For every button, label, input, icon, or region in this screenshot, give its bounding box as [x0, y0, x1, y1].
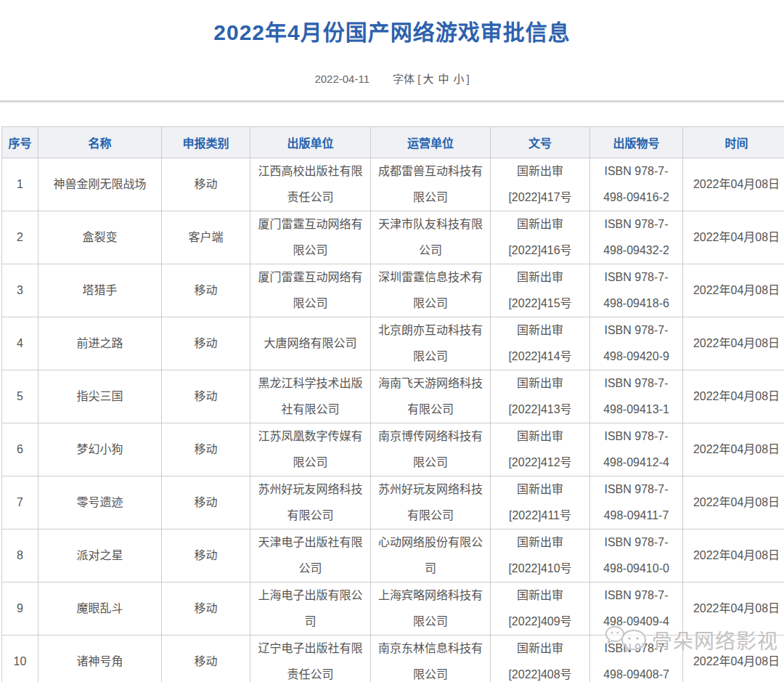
doc-no-line1: 国新出审 [491, 317, 589, 344]
table-row: 5 指尖三国 移动 黑龙江科学技术出版社有限公司 海南飞天游网络科技有限公司 国… [2, 370, 784, 423]
col-header-doc-no: 文号 [491, 127, 590, 158]
cell-doc-no: 国新出审 [2022]410号 [491, 529, 590, 582]
cell-time: 2022年04月08日 [683, 582, 784, 636]
cell-name: 指尖三国 [38, 370, 162, 423]
cell-no: 5 [2, 370, 38, 423]
isbn-line1: ISBN 978-7- [590, 582, 682, 609]
cell-name: 塔猎手 [38, 264, 162, 317]
cell-time: 2022年04月08日 [683, 370, 784, 423]
publish-date: 2022-04-11 [314, 73, 369, 85]
font-size-large[interactable]: 大 [422, 73, 433, 85]
font-size-small[interactable]: 小 [453, 73, 464, 85]
cell-no: 4 [2, 317, 38, 370]
doc-no-line1: 国新出审 [491, 582, 589, 609]
cell-doc-no: 国新出审 [2022]416号 [491, 211, 590, 264]
cell-time: 2022年04月08日 [683, 211, 784, 264]
isbn-line2: 498-09410-0 [590, 556, 682, 582]
doc-no-line2: [2022]413号 [491, 397, 589, 423]
doc-no-line1: 国新出审 [491, 264, 589, 291]
cell-doc-no: 国新出审 [2022]411号 [491, 476, 590, 529]
cell-doc-no: 国新出审 [2022]409号 [491, 582, 590, 636]
cell-category: 移动 [162, 370, 250, 423]
isbn-line2: 498-09416-2 [590, 184, 682, 211]
cell-name: 神兽金刚无限战场 [38, 158, 162, 211]
isbn-line1: ISBN 978-7- [590, 211, 682, 238]
cell-doc-no: 国新出审 [2022]417号 [491, 158, 590, 211]
col-header-operator: 运营单位 [371, 127, 491, 158]
isbn-line1: ISBN 978-7- [590, 476, 682, 503]
table-row: 7 零号遗迹 移动 苏州好玩友网络科技有限公司 苏州好玩友网络科技有限公司 国新… [2, 476, 784, 529]
table-row: 6 梦幻小狗 移动 江苏凤凰数字传媒有限公司 南京博传网络科技有限公司 国新出审… [2, 423, 784, 476]
cell-doc-no: 国新出审 [2022]413号 [491, 370, 590, 423]
cell-no: 7 [2, 476, 38, 529]
cell-category: 移动 [162, 158, 250, 211]
isbn-line2: 498-09432-2 [590, 238, 682, 264]
cell-no: 2 [2, 211, 38, 264]
cell-time: 2022年04月08日 [683, 264, 784, 317]
font-size-medium[interactable]: 中 [438, 73, 449, 85]
isbn-line2: 498-09411-7 [590, 503, 682, 529]
cell-publisher: 上海电子出版有限公司 [250, 582, 371, 636]
cell-category: 移动 [162, 317, 250, 370]
cell-isbn: ISBN 978-7- 498-09409-4 [590, 582, 683, 636]
cell-doc-no: 国新出审 [2022]408号 [491, 636, 590, 682]
isbn-line1: ISBN 978-7- [590, 264, 682, 291]
cell-doc-no: 国新出审 [2022]412号 [491, 423, 590, 476]
doc-no-line2: [2022]410号 [491, 556, 589, 582]
col-header-time: 时间 [683, 127, 784, 158]
cell-isbn: ISBN 978-7- 498-09408-7 [590, 636, 683, 682]
table-row: 4 前进之路 移动 大唐网络有限公司 北京朗亦互动科技有限公司 国新出审 [20… [2, 317, 784, 370]
cell-publisher: 辽宁电子出版社有限责任公司 [250, 636, 371, 682]
cell-publisher: 大唐网络有限公司 [250, 317, 371, 370]
cell-category: 客户端 [162, 211, 250, 264]
table-row: 3 塔猎手 移动 厦门雷霆互动网络有限公司 深圳雷霆信息技术有限公司 国新出审 … [2, 264, 784, 317]
cell-publisher: 江苏凤凰数字传媒有限公司 [250, 423, 371, 476]
cell-publisher: 天津电子出版社有限公司 [250, 529, 371, 582]
cell-isbn: ISBN 978-7- 498-09411-7 [590, 476, 683, 529]
table-row: 9 魔眼乱斗 移动 上海电子出版有限公司 上海宾略网络科技有限公司 国新出审 [… [2, 582, 784, 636]
bracket-open: [ [417, 73, 420, 85]
cell-time: 2022年04月08日 [683, 529, 784, 582]
isbn-line2: 498-09420-9 [590, 344, 682, 370]
cell-no: 10 [2, 636, 38, 682]
col-header-category: 申报类别 [162, 127, 250, 158]
cell-operator: 海南飞天游网络科技有限公司 [371, 370, 491, 423]
cell-isbn: ISBN 978-7- 498-09413-1 [590, 370, 683, 423]
doc-no-line2: [2022]414号 [491, 344, 589, 370]
isbn-line2: 498-09408-7 [590, 662, 682, 682]
cell-category: 移动 [162, 264, 250, 317]
cell-name: 前进之路 [38, 317, 162, 370]
isbn-line1: ISBN 978-7- [590, 158, 682, 184]
cell-doc-no: 国新出审 [2022]414号 [491, 317, 590, 370]
cell-no: 3 [2, 264, 38, 317]
col-header-name: 名称 [38, 127, 162, 158]
doc-no-line1: 国新出审 [491, 529, 589, 556]
cell-category: 移动 [162, 423, 250, 476]
cell-time: 2022年04月08日 [683, 158, 784, 211]
isbn-line1: ISBN 978-7- [590, 423, 682, 450]
cell-category: 移动 [162, 582, 250, 636]
isbn-line1: ISBN 978-7- [590, 529, 682, 556]
isbn-line1: ISBN 978-7- [590, 636, 682, 662]
cell-no: 1 [2, 158, 38, 211]
cell-operator: 心动网络股份有限公司 [371, 529, 491, 582]
cell-operator: 南京东林信息科技有限公司 [371, 636, 491, 682]
cell-operator: 成都雷兽互动科技有限公司 [371, 158, 491, 211]
isbn-line2: 498-09409-4 [590, 609, 682, 635]
cell-doc-no: 国新出审 [2022]415号 [491, 264, 590, 317]
font-size-label: 字体 [393, 73, 415, 85]
isbn-line1: ISBN 978-7- [590, 370, 682, 397]
col-header-publisher: 出版单位 [250, 127, 371, 158]
cell-operator: 北京朗亦互动科技有限公司 [371, 317, 491, 370]
cell-publisher: 厦门雷霆互动网络有限公司 [250, 211, 371, 264]
table-row: 8 派对之星 移动 天津电子出版社有限公司 心动网络股份有限公司 国新出审 [2… [2, 529, 784, 582]
isbn-line2: 498-09413-1 [590, 397, 682, 423]
col-header-isbn: 出版物号 [590, 127, 683, 158]
cell-time: 2022年04月08日 [683, 636, 784, 682]
isbn-line1: ISBN 978-7- [590, 317, 682, 344]
cell-isbn: ISBN 978-7- 498-09420-9 [590, 317, 683, 370]
doc-no-line2: [2022]411号 [491, 503, 589, 529]
cell-no: 8 [2, 529, 38, 582]
cell-isbn: ISBN 978-7- 498-09418-6 [590, 264, 683, 317]
table-row: 10 诸神号角 移动 辽宁电子出版社有限责任公司 南京东林信息科技有限公司 国新… [2, 636, 784, 682]
